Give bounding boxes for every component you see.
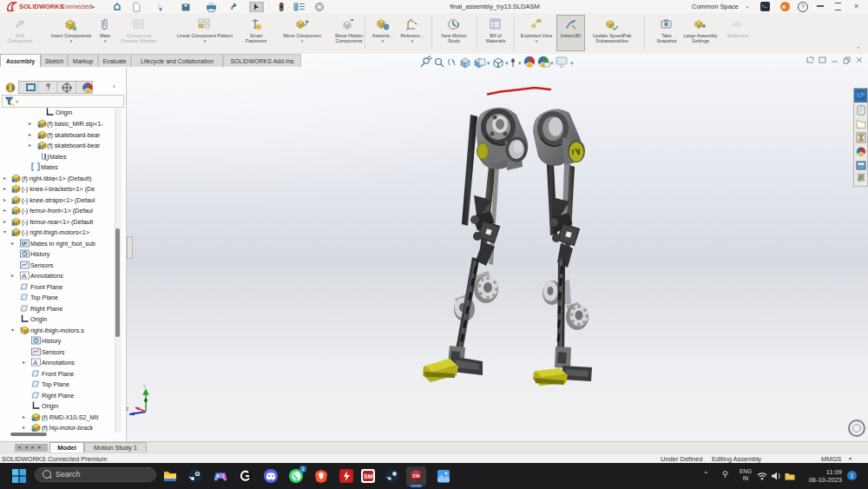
svg-text:SM: SM [364, 473, 373, 479]
svg-text:▾: ▾ [487, 60, 490, 66]
svg-text:SW: SW [412, 473, 421, 479]
svg-text:A: A [33, 359, 38, 367]
svg-text:▾: ▾ [505, 60, 509, 66]
svg-text:·: · [268, 4, 270, 10]
svg-text:·: · [288, 4, 290, 10]
svg-text:▾: ▾ [550, 60, 554, 66]
svg-text:A: A [22, 272, 27, 280]
svg-text:▾: ▾ [518, 60, 522, 66]
svg-text:▾: ▾ [570, 60, 574, 66]
svg-text:Y: Y [143, 384, 147, 389]
